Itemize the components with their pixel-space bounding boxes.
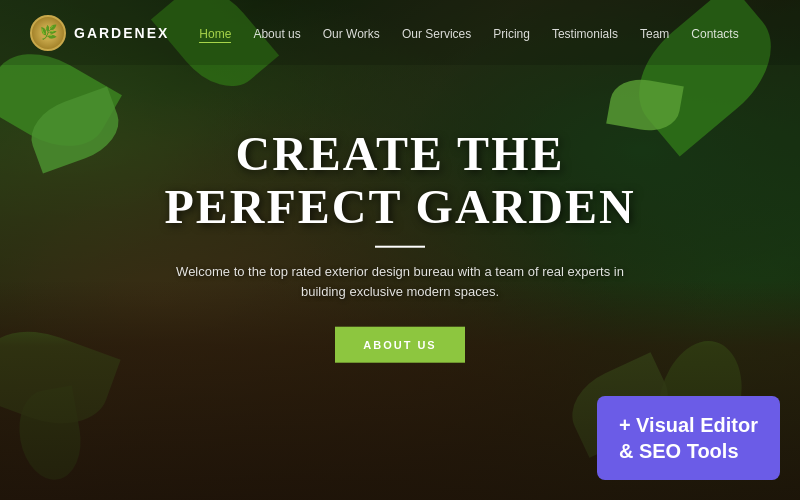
hero-content: CREATE THE PERFECT GARDEN Welcome to the… xyxy=(150,128,650,363)
nav-link-our-services[interactable]: Our Services xyxy=(402,27,471,41)
logo-area: 🌿 GARDENEX xyxy=(30,15,169,51)
hero-title: CREATE THE PERFECT GARDEN xyxy=(150,128,650,234)
navbar: 🌿 GARDENEX HomeAbout usOur WorksOur Serv… xyxy=(0,0,800,65)
nav-link-our-works[interactable]: Our Works xyxy=(323,27,380,41)
nav-link-contacts[interactable]: Contacts xyxy=(691,27,738,41)
hero-subtitle: Welcome to the top rated exterior design… xyxy=(150,261,650,303)
nav-links: HomeAbout usOur WorksOur ServicesPricing… xyxy=(199,24,770,42)
promo-badge-text: + Visual Editor& SEO Tools xyxy=(619,412,758,464)
nav-link-pricing[interactable]: Pricing xyxy=(493,27,530,41)
page-wrapper: 🌿 GARDENEX HomeAbout usOur WorksOur Serv… xyxy=(0,0,800,500)
nav-link-home[interactable]: Home xyxy=(199,27,231,43)
logo-icon: 🌿 xyxy=(30,15,66,51)
cta-button[interactable]: ABOUT US xyxy=(335,327,464,363)
hero-divider xyxy=(375,245,425,247)
nav-link-team[interactable]: Team xyxy=(640,27,669,41)
brand-name: GARDENEX xyxy=(74,25,169,41)
nav-link-about-us[interactable]: About us xyxy=(253,27,300,41)
nav-link-testimonials[interactable]: Testimonials xyxy=(552,27,618,41)
promo-badge: + Visual Editor& SEO Tools xyxy=(597,396,780,480)
